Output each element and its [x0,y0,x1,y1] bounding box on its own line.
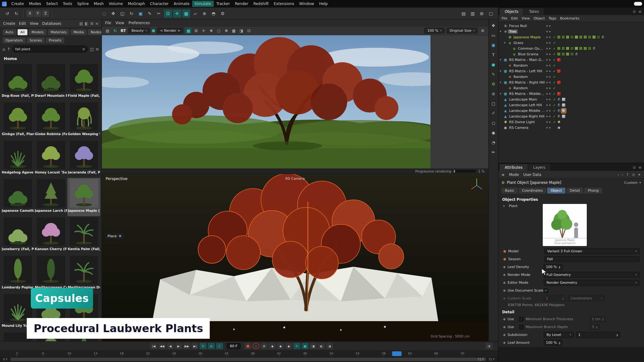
at-tab-layers[interactable]: Layers [528,164,550,171]
material-swatch[interactable] [570,52,574,56]
fracture-tag-icon[interactable]: F [557,109,561,113]
editor-visibility-dot[interactable] [546,70,548,72]
expand-arrow-icon[interactable]: ▾ [500,58,503,61]
menu-animate[interactable]: Animate [171,1,192,7]
category-operators[interactable]: Operators [3,37,25,43]
enabled-check-icon[interactable]: ✓ [552,115,557,118]
render-view-canvas[interactable] [102,35,488,168]
menu-modes[interactable]: Modes [26,1,44,7]
ab-menu-edit[interactable]: Edit [19,21,26,26]
enabled-check-icon[interactable]: ✓ [552,58,557,62]
layout-monitor-icon[interactable]: ▥ [469,9,477,18]
editor-visibility-dot[interactable] [546,116,548,117]
category-scenes[interactable]: Scenes [27,37,45,43]
text-tool-icon[interactable]: T [490,51,497,58]
material-swatch[interactable] [557,52,561,56]
record-pla-button[interactable]: ▦ [302,343,308,349]
fracture-tag-icon[interactable]: F [592,47,596,51]
asset-item-dog-rose-fall-plant[interactable]: Dog-Rose (Fall, Plant) [1,63,34,101]
sculpt-icon[interactable]: ✐ [490,110,497,117]
object-row[interactable]: ▾▦RS Matrix - Middle Hill✓■ [498,91,644,96]
rt-button[interactable]: RT [120,28,126,34]
param-dot-icon[interactable] [503,273,506,276]
timeline-ruler[interactable]: 2610141822263034384246505458626670 [0,350,498,357]
section-tab-detail[interactable]: Detail [566,188,583,194]
enabled-check-icon[interactable]: ✓ [552,86,557,90]
pencil-icon[interactable]: ✏ [490,149,497,156]
expand-arrow-icon[interactable]: ▾ [500,92,503,95]
region-icon[interactable]: ○ [215,28,222,34]
scale-tool-icon[interactable]: ◱ [118,9,126,18]
editor-visibility-dot[interactable] [546,82,548,83]
object-row[interactable]: ▾ψGrass✓ [498,40,644,46]
enabled-check-icon[interactable]: ✓ [552,75,557,79]
asset-item-lombardy-poplar-fall[interactable]: Lombardy Poplar (Fall... [1,255,34,293]
leaf-density-field[interactable]: 100 % ▲▼ [544,264,563,270]
material-swatch[interactable] [579,35,583,39]
section-tab-basic[interactable]: Basic [502,188,518,194]
ab-compare-icon[interactable]: ▦ [185,28,192,34]
object-row[interactable]: ✿Japanese Maple✓F [498,34,644,40]
zoom-dropdown[interactable]: 100 %▾ [424,28,445,34]
category-presets[interactable]: Presets [46,37,64,43]
record-rotation-button[interactable]: ◆ [285,343,292,349]
loop-button[interactable]: ↻ [200,343,207,349]
ab-menu-databases[interactable]: Databases [42,21,61,26]
prev-key-button[interactable]: ◀◀ [158,343,166,349]
menu-tracker[interactable]: Tracker [214,1,232,7]
grid-view-icon[interactable]: ⊞ [90,21,93,26]
next-key-button[interactable]: ▶▶ [183,343,191,349]
param-dot-icon[interactable] [503,341,506,344]
perspective-viewport[interactable]: Perspective RS Camera Place ✥ Grid Spaci… [102,174,488,341]
enabled-check-icon[interactable]: ✓ [552,64,557,67]
keyframe-settings-button[interactable]: ⚙ [261,343,268,349]
max-branch-use-checkbox[interactable] [519,325,524,329]
menu-spline[interactable]: Spline [75,1,91,7]
pan-icon[interactable]: ✥ [223,28,229,34]
view-options-icon[interactable]: ◫ [90,47,94,52]
editor-visibility-dot[interactable] [546,36,548,38]
editor-visibility-dot[interactable] [546,104,548,106]
section-tab-phong[interactable]: Phong [584,188,602,194]
filter-nodes[interactable]: Nodes [88,29,102,35]
asset-item-kentia-palm-fall-plant[interactable]: Kentia Palm (Fall, Plant) [67,216,100,255]
phong-tag-icon[interactable] [562,103,566,107]
object-row[interactable]: ▾▦RS Matrix - Main Ground✓■ [498,57,644,63]
fracture-tag-icon[interactable]: F [575,52,579,56]
render-visibility-dot[interactable] [549,104,551,106]
filter-all[interactable]: All [18,29,28,35]
asset-item-kanzan-cherry-fall-pl[interactable]: Kanzan Cherry (Fall, Pl... [34,216,67,255]
fracture-tag-icon[interactable]: F [557,103,561,107]
render-menu-preferences[interactable]: Preferences [129,21,150,25]
up-icon[interactable]: ↑ [626,173,629,177]
ping-pong-button[interactable]: ⇄ [208,343,215,349]
material-swatch[interactable] [561,52,565,56]
enabled-check-icon[interactable]: ✓ [552,81,557,84]
light-tag-icon[interactable]: ✺ [557,120,561,124]
editor-visibility-dot[interactable] [546,25,548,27]
menu-help[interactable]: Help [317,1,330,7]
object-row[interactable]: ∗Random✓ [498,74,644,80]
menu-simulate[interactable]: Simulate [192,1,214,7]
live-selection-icon[interactable]: ◌ [100,9,108,18]
object-row[interactable]: ∗Random✓ [498,85,644,91]
knife-tool-icon[interactable]: ✂ [155,9,163,18]
render-visibility-dot[interactable] [549,65,551,66]
render-visibility-dot[interactable] [549,25,551,27]
editor-visibility-dot[interactable] [546,99,548,100]
menu-tools[interactable]: Tools [60,1,75,7]
interface-toggle-icon[interactable] [634,2,642,6]
param-dot-icon[interactable] [503,318,506,320]
editor-visibility-dot[interactable] [546,110,548,112]
menu-create[interactable]: Create [9,1,26,7]
search-icon[interactable]: ⊙ [632,173,635,177]
fracture-tag-icon[interactable]: F [557,97,561,101]
breadcrumb[interactable]: Home [0,54,102,63]
asset-item-globe-robinia-fall-pl[interactable]: Globe Robinia (Fall, Pl... [34,101,67,140]
lock-icon[interactable]: ✦ [638,173,641,177]
editor-visibility-dot[interactable] [546,76,548,78]
workplane-icon[interactable]: ▱ [191,9,199,18]
custom-preset-dropdown[interactable]: Custom [624,181,637,185]
render-visibility-dot[interactable] [549,87,551,89]
anim-dot-icon[interactable] [503,258,506,261]
